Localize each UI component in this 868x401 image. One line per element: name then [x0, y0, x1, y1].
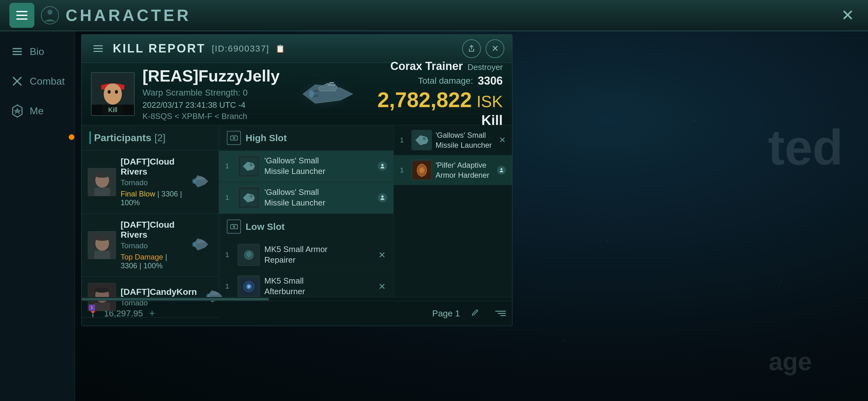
- bg-ted-text: ted: [768, 119, 843, 176]
- slot-item-remove-button[interactable]: ✕: [377, 248, 387, 262]
- svg-point-54: [247, 285, 250, 288]
- svg-point-60: [420, 168, 424, 172]
- sidebar-item-bio[interactable]: Bio: [0, 37, 75, 66]
- ship-class: Destroyer: [467, 63, 503, 72]
- sidebar-item-combat[interactable]: Combat: [0, 67, 75, 95]
- slot-item-name: MK5 SmallAfterburner: [264, 276, 372, 297]
- participant-2-ship: Tornado: [121, 241, 183, 250]
- edit-button[interactable]: [471, 308, 479, 319]
- svg-text:I: I: [91, 305, 92, 310]
- participant-1-avatar: [88, 168, 116, 196]
- main-content: Participants [2] [DAFT]Cl: [82, 125, 512, 297]
- participant-1-info: [DAFT]Cloud Rivers Tornado Final Blow | …: [121, 157, 183, 207]
- high-slot-icon: [227, 131, 241, 145]
- svg-line-62: [477, 310, 478, 311]
- kill-badge: Kill: [92, 105, 134, 115]
- svg-point-31: [192, 242, 195, 247]
- right-fitting-item[interactable]: 1 'Pilfer' AdaptiveArmor Hardener: [394, 155, 512, 185]
- svg-point-40: [233, 137, 235, 139]
- participant-2-info: [DAFT]Cloud Rivers Tornado Top Damage | …: [121, 220, 183, 270]
- right-item-remove-button[interactable]: ✕: [499, 135, 506, 145]
- isk-value: 2,782,822: [377, 89, 472, 110]
- low-slot-section: Low Slot 1 MK5 Small ArmorRe: [219, 214, 393, 297]
- panel-actions: ✕: [462, 39, 504, 58]
- sidebar-item-me[interactable]: Me: [0, 97, 75, 125]
- slot-item[interactable]: 1 MK5 SmallAfterburner ✕: [219, 271, 393, 297]
- svg-point-61: [501, 168, 502, 170]
- total-damage-label: Total damage:: [418, 76, 473, 86]
- panel-menu-button[interactable]: [89, 40, 106, 57]
- slot-item[interactable]: 1 MK5 Small ArmorRepairer ✕: [219, 239, 393, 271]
- svg-point-45: [249, 195, 253, 198]
- close-panel-icon: ✕: [492, 43, 499, 54]
- participants-header: Participants [2]: [82, 125, 219, 151]
- svg-rect-17: [328, 84, 336, 86]
- horizontal-scrollbar[interactable]: [82, 297, 512, 301]
- participant-1-name: [DAFT]Cloud Rivers: [121, 157, 183, 177]
- close-window-button[interactable]: ✕: [837, 4, 859, 26]
- slot-item-qty: 1: [225, 162, 233, 170]
- slot-item-qty: 1: [225, 282, 233, 291]
- high-slot-items: 1 'Gallows' SmallMissile Launcher: [219, 151, 393, 213]
- kill-type-label: Kill: [482, 112, 503, 128]
- slot-item-icon: [238, 155, 260, 177]
- total-damage-value: 3306: [478, 74, 503, 88]
- copy-icon[interactable]: 📋: [276, 44, 285, 53]
- svg-point-35: [95, 288, 110, 293]
- participants-count: [2]: [154, 132, 165, 144]
- participants-panel: Participants [2] [DAFT]Cl: [82, 125, 219, 297]
- slot-item-name: 'Gallows' SmallMissile Launcher: [264, 187, 373, 208]
- right-fitting-panel: 1 'Gallows' SmallMissile Launcher ✕ 1: [393, 125, 512, 297]
- app-title: CHARACTER: [66, 6, 191, 25]
- panel-id: [ID:6900337]: [212, 44, 269, 54]
- export-button[interactable]: [462, 39, 481, 58]
- svg-point-46: [381, 196, 383, 198]
- slot-item-qty: 1: [225, 251, 233, 259]
- participant-2-avatar: [88, 231, 116, 259]
- svg-point-13: [107, 90, 111, 94]
- right-item-name: 'Pilfer' AdaptiveArmor Hardener: [436, 160, 493, 179]
- ship-icon: [284, 69, 365, 119]
- equipment-panel: High Slot 1 'Gallows' SmallM: [219, 125, 393, 297]
- low-slot-title: Low Slot: [246, 222, 285, 232]
- right-fitting-item[interactable]: 1 'Gallows' SmallMissile Launcher ✕: [394, 125, 512, 155]
- slot-item-qty: 1: [225, 194, 233, 202]
- person-icon: [497, 166, 506, 175]
- svg-rect-24: [94, 188, 110, 196]
- svg-rect-29: [94, 251, 110, 259]
- svg-point-1: [48, 10, 53, 15]
- svg-point-43: [381, 164, 383, 166]
- svg-point-48: [233, 226, 235, 228]
- ship-stats: Corax Trainer Destroyer Total damage: 33…: [378, 63, 503, 125]
- right-item-name: 'Gallows' SmallMissile Launcher: [436, 130, 495, 149]
- participant-item[interactable]: [DAFT]Cloud Rivers Tornado Top Damage | …: [82, 213, 219, 277]
- person-icon: [378, 193, 387, 202]
- close-panel-button[interactable]: ✕: [486, 39, 504, 58]
- slot-item[interactable]: 1 'Gallows' SmallMissile Launcher: [219, 182, 393, 213]
- svg-point-25: [95, 173, 110, 178]
- scrollbar-thumb[interactable]: [82, 298, 269, 300]
- ship-display: [278, 66, 372, 122]
- combat-icon: [9, 73, 25, 89]
- section-accent: [89, 132, 91, 144]
- filter-button[interactable]: [495, 311, 506, 316]
- victim-avatar: Kill: [91, 72, 135, 116]
- slot-item[interactable]: 1 'Gallows' SmallMissile Launcher: [219, 151, 393, 182]
- ship-name: Corax Trainer: [390, 60, 463, 73]
- right-item-qty: 1: [400, 136, 408, 144]
- panel-title: KILL REPORT: [113, 42, 206, 55]
- right-item-icon: [411, 160, 432, 180]
- svg-point-30: [95, 236, 110, 241]
- slot-item-remove-button[interactable]: ✕: [377, 280, 387, 293]
- participant-item[interactable]: [DAFT]Cloud Rivers Tornado Final Blow | …: [82, 151, 219, 213]
- hamburger-sidebar-icon: [9, 44, 25, 59]
- sidebar-bio-label: Bio: [30, 46, 44, 58]
- low-slot-header: Low Slot: [219, 214, 393, 239]
- participants-title: Participants: [94, 132, 151, 144]
- high-slot-title: High Slot: [246, 133, 287, 143]
- high-slot-header: High Slot: [219, 125, 393, 151]
- participant-2-ship-icon: [187, 233, 213, 258]
- menu-button[interactable]: [9, 3, 34, 28]
- bg-age-text: age: [769, 347, 812, 376]
- right-item-icon: [411, 130, 432, 150]
